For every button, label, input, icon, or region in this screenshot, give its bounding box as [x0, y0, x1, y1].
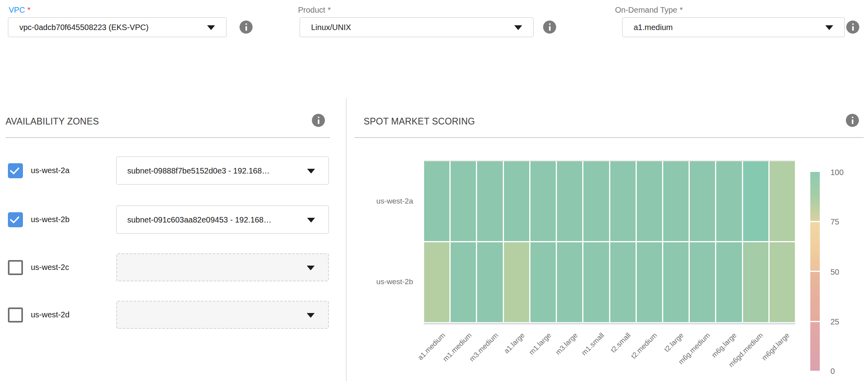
- heatmap-cell-us-west-2b-t2.large: [663, 242, 689, 322]
- availability-zones-divider: [6, 137, 330, 138]
- heatmap-cell-us-west-2a-m3.large: [557, 161, 582, 241]
- heatmap-cell-us-west-2a-t2.small: [610, 161, 636, 241]
- az-subnet-select-us-west-2c[interactable]: [116, 253, 329, 281]
- az-checkbox-us-west-2b[interactable]: [8, 212, 23, 227]
- legend-tick-0: 0: [830, 367, 835, 376]
- az-zone-label: us-west-2c: [31, 263, 69, 272]
- az-zone-label: us-west-2d: [31, 310, 70, 319]
- az-subnet-value: subnet-09888f7be5152d0e3 - 192.168…: [127, 166, 270, 175]
- chevron-down-icon: [307, 169, 315, 174]
- legend-tick-50: 50: [830, 268, 839, 277]
- heatmap-cell-us-west-2b-m6g.large: [716, 242, 742, 322]
- availability-zones-title: AVAILABILITY ZONES: [6, 116, 99, 127]
- ondemand-type-info-icon[interactable]: [846, 21, 859, 34]
- legend-gradient-segment-3: [810, 322, 820, 371]
- legend-tick-75: 75: [830, 217, 839, 226]
- chevron-down-icon: [307, 313, 315, 318]
- heatmap-cell-us-west-2b-m6g.medium: [690, 242, 715, 322]
- chevron-down-icon: [825, 25, 833, 30]
- required-asterisk: *: [328, 6, 331, 14]
- legend-gradient-segment-1: [810, 222, 820, 271]
- spot-market-scoring-info-icon[interactable]: [846, 114, 859, 127]
- heatmap-cell-us-west-2b-m3.large: [557, 242, 582, 322]
- ondemand-type-select-value: a1.medium: [634, 18, 673, 37]
- az-checkbox-us-west-2c[interactable]: [8, 260, 23, 275]
- az-subnet-select-us-west-2a[interactable]: subnet-09888f7be5152d0e3 - 192.168…: [116, 157, 329, 185]
- az-subnet-select-us-west-2b[interactable]: subnet-091c603aa82e09453 - 192.168…: [116, 206, 329, 234]
- required-asterisk: *: [680, 6, 683, 14]
- heatmap-cell-us-west-2b-m3.medium: [477, 242, 502, 322]
- heatmap-cell-us-west-2b-a1.medium: [424, 242, 449, 322]
- product-select-value: Linux/UNIX: [311, 18, 351, 37]
- vpc-select-value: vpc-0adcb70f645508223 (EKS-VPC): [19, 18, 149, 37]
- az-checkbox-us-west-2d[interactable]: [8, 307, 23, 323]
- ondemand-type-select[interactable]: a1.medium: [622, 17, 845, 37]
- heatmap-col-label-a1.medium: a1.medium: [393, 331, 447, 381]
- product-label: Product*: [298, 6, 331, 15]
- az-zone-label: us-west-2a: [31, 166, 70, 175]
- vpc-info-icon[interactable]: [240, 21, 253, 34]
- chevron-down-icon: [207, 25, 215, 30]
- chevron-down-icon: [514, 25, 522, 30]
- az-zone-label: us-west-2b: [31, 215, 70, 224]
- heatmap-cell-us-west-2b-m1.medium: [451, 242, 476, 322]
- heatmap-axis-line: [424, 323, 795, 324]
- heatmap-cell-us-west-2a-t2.large: [663, 161, 689, 241]
- az-checkbox-us-west-2a[interactable]: [8, 163, 23, 178]
- heatmap-cell-us-west-2b-m1.large: [530, 242, 556, 322]
- heatmap-cell-us-west-2b-t2.small: [610, 242, 636, 322]
- heatmap-cell-us-west-2a-m6g.medium: [690, 161, 715, 241]
- ondemand-type-label: On-Demand Type*: [615, 6, 683, 15]
- vpc-field-group: VPC* vpc-0adcb70f645508223 (EKS-VPC): [6, 6, 259, 41]
- spot-market-scoring-divider: [355, 137, 864, 138]
- legend-tick-100: 100: [830, 168, 843, 177]
- vpc-label: VPC*: [9, 6, 30, 15]
- spot-market-scoring-title: SPOT MARKET SCORING: [364, 116, 475, 127]
- heatmap: [424, 161, 795, 322]
- az-subnet-select-us-west-2d[interactable]: [116, 301, 329, 329]
- product-select[interactable]: Linux/UNIX: [300, 17, 534, 37]
- product-info-icon[interactable]: [543, 21, 556, 34]
- availability-zones-info-icon[interactable]: [312, 114, 325, 127]
- heatmap-cell-us-west-2a-t2.medium: [637, 161, 662, 241]
- heatmap-cell-us-west-2a-a1.large: [504, 161, 529, 241]
- heatmap-cell-us-west-2a-m6g.large: [716, 161, 742, 241]
- heatmap-cell-us-west-2a-m3.medium: [477, 161, 502, 241]
- check-icon: [9, 164, 19, 175]
- heatmap-cell-us-west-2b-m6gd.medium: [743, 242, 768, 322]
- heatmap-cell-us-west-2a-m6gd.medium: [743, 161, 768, 241]
- az-row-us-west-2d: us-west-2d: [0, 301, 340, 329]
- spot-instance-config-page: VPC* vpc-0adcb70f645508223 (EKS-VPC) Pro…: [0, 0, 868, 381]
- heatmap-cell-us-west-2b-a1.large: [504, 242, 529, 322]
- heatmap-cell-us-west-2a-m1.medium: [451, 161, 476, 241]
- heatmap-row-label-us-west-2b: us-west-2b: [354, 277, 413, 286]
- heatmap-cell-us-west-2b-m1.small: [583, 242, 609, 322]
- check-icon: [9, 213, 19, 224]
- required-asterisk: *: [27, 6, 30, 14]
- heatmap-cell-us-west-2b-t2.medium: [637, 242, 662, 322]
- section-vertical-divider: [346, 98, 347, 381]
- az-subnet-value: subnet-091c603aa82e09453 - 192.168…: [127, 215, 272, 224]
- heatmap-cell-us-west-2a-m1.large: [530, 161, 556, 241]
- az-row-us-west-2a: us-west-2asubnet-09888f7be5152d0e3 - 192…: [0, 157, 340, 185]
- chevron-down-icon: [307, 266, 315, 270]
- heatmap-cell-us-west-2a-m1.small: [583, 161, 609, 241]
- heatmap-cell-us-west-2b-m6gd.large: [770, 242, 795, 322]
- legend-tick-25: 25: [830, 317, 839, 326]
- vpc-select[interactable]: vpc-0adcb70f645508223 (EKS-VPC): [8, 17, 226, 37]
- legend-gradient-segment-0: [810, 172, 820, 221]
- ondemand-type-field-group: On-Demand Type* a1.medium: [612, 6, 868, 41]
- heatmap-cell-us-west-2a-m6gd.large: [770, 161, 795, 241]
- heatmap-cell-us-west-2a-a1.medium: [424, 161, 449, 241]
- az-row-us-west-2c: us-west-2c: [0, 253, 340, 282]
- product-field-group: Product* Linux/UNIX: [295, 6, 564, 41]
- legend-gradient-segment-2: [810, 272, 820, 321]
- az-row-us-west-2b: us-west-2bsubnet-091c603aa82e09453 - 192…: [0, 206, 340, 234]
- chevron-down-icon: [307, 218, 315, 223]
- heatmap-row-label-us-west-2a: us-west-2a: [354, 197, 413, 206]
